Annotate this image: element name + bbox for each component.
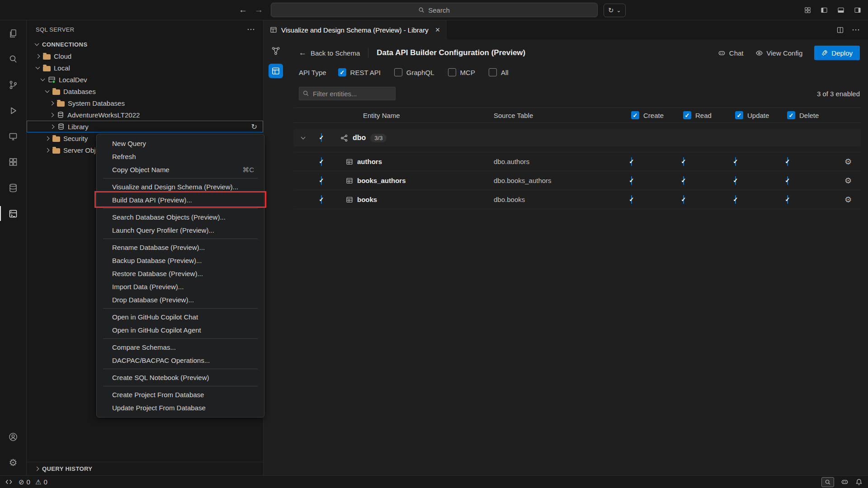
menu-item-compare-schemas[interactable]: Compare Schemas... — [99, 341, 262, 354]
checkbox-delete[interactable] — [787, 176, 788, 185]
tab-visualize-design-schema[interactable]: Visualize and Design Schema (Preview) - … — [264, 20, 447, 39]
entity-settings-icon[interactable]: ⚙ — [844, 176, 852, 186]
table-row-authors[interactable]: authors dbo.authors ⚙ — [293, 152, 861, 171]
entity-settings-icon[interactable]: ⚙ — [844, 195, 852, 205]
menu-item-create-project-from-database[interactable]: Create Project From Database — [99, 388, 262, 401]
table-row-books[interactable]: books dbo.books ⚙ — [293, 190, 861, 209]
option-mcp[interactable]: MCP — [448, 68, 475, 76]
settings-gear-icon[interactable]: ⚙ — [0, 450, 26, 475]
checkbox-update[interactable] — [735, 176, 736, 185]
table-row-books-authors[interactable]: books_authors dbo.books_authors ⚙ — [293, 171, 861, 190]
deploy-button[interactable]: Deploy — [814, 46, 860, 60]
checkbox-create-all[interactable] — [631, 111, 639, 119]
chat-button[interactable]: Chat — [718, 49, 744, 57]
checkbox-update-all[interactable] — [735, 111, 743, 119]
option-graphql[interactable]: GraphQL — [394, 68, 434, 76]
close-tab-icon[interactable]: × — [435, 25, 440, 35]
checkbox-entity[interactable] — [321, 195, 322, 204]
checkbox-create[interactable] — [631, 176, 632, 185]
chevron-down-icon[interactable] — [301, 135, 306, 140]
back-to-schema-link[interactable]: ← Back to Schema — [299, 48, 360, 57]
source-control-icon[interactable] — [0, 72, 26, 98]
toggle-panel-icon[interactable] — [837, 6, 845, 14]
remote-indicator-icon[interactable] — [5, 479, 12, 485]
split-editor-icon[interactable] — [836, 26, 844, 34]
checkbox-rest-api[interactable] — [338, 68, 346, 76]
remote-explorer-icon[interactable] — [0, 123, 26, 149]
checkbox-read-all[interactable] — [683, 111, 691, 119]
query-history-section-header[interactable]: QUERY HISTORY — [27, 462, 263, 475]
menu-item-create-sql-notebook[interactable]: Create SQL Notebook (Preview) — [99, 371, 262, 384]
menu-item-open-copilot-agent[interactable]: Open in GitHub Copilot Agent — [99, 324, 262, 337]
menu-item-build-data-api[interactable]: Build Data API (Preview)... — [99, 193, 262, 206]
database-projects-icon[interactable] — [0, 175, 26, 201]
checkbox-mcp[interactable] — [448, 68, 456, 76]
checkbox-create[interactable] — [631, 195, 632, 204]
checkbox-delete-all[interactable] — [787, 111, 795, 119]
option-rest-api[interactable]: REST API — [338, 68, 381, 76]
checkbox-read[interactable] — [683, 195, 684, 204]
menu-item-refresh[interactable]: Refresh — [99, 150, 262, 163]
menu-item-open-copilot-chat[interactable]: Open in GitHub Copilot Chat — [99, 310, 262, 324]
accounts-icon[interactable] — [0, 424, 26, 450]
option-all[interactable]: All — [489, 68, 509, 76]
menu-item-backup-database[interactable]: Backup Database (Preview)... — [99, 254, 262, 267]
run-debug-icon[interactable] — [0, 98, 26, 123]
menu-item-visualize-design-schema[interactable]: Visualize and Design Schema (Preview)... — [99, 180, 262, 193]
checkbox-delete[interactable] — [787, 195, 788, 204]
sidebar-more-actions-icon[interactable]: ⋯ — [247, 24, 255, 34]
view-config-button[interactable]: View Config — [755, 49, 803, 57]
zoom-indicator[interactable] — [821, 477, 834, 487]
menu-item-new-query[interactable]: New Query — [99, 137, 262, 150]
tree-item-adventureworks[interactable]: AdventureWorksLT2022 — [27, 109, 263, 121]
menu-item-import-data[interactable]: Import Data (Preview)... — [99, 280, 262, 293]
copilot-status-icon[interactable] — [841, 478, 849, 486]
tree-item-cloud[interactable]: Cloud — [27, 50, 263, 62]
menu-item-dacpac-bacpac[interactable]: DACPAC/BACPAC Operations... — [99, 354, 262, 367]
tree-item-system-databases[interactable]: System Databases — [27, 97, 263, 109]
extensions-icon[interactable] — [0, 149, 26, 175]
checkbox-entity[interactable] — [321, 176, 322, 185]
sql-server-view-icon[interactable] — [0, 201, 26, 226]
back-arrow-icon[interactable]: ← — [239, 5, 247, 15]
checkbox-entity[interactable] — [321, 157, 322, 166]
connections-section-header[interactable]: CONNECTIONS — [27, 38, 263, 50]
tree-item-library[interactable]: Library ↻ — [27, 121, 263, 132]
menu-item-drop-database[interactable]: Drop Database (Preview)... — [99, 293, 262, 306]
menu-item-rename-database[interactable]: Rename Database (Preview)... — [99, 241, 262, 254]
checkbox-update[interactable] — [735, 157, 736, 166]
schema-diagram-tool-icon[interactable] — [269, 44, 283, 58]
checkbox-read[interactable] — [683, 176, 684, 185]
menu-item-update-project-from-database[interactable]: Update Project From Database — [99, 401, 262, 414]
tree-item-localdev[interactable]: LocalDev — [27, 74, 263, 85]
more-actions-icon[interactable]: ⋯ — [852, 25, 860, 35]
entity-settings-icon[interactable]: ⚙ — [844, 157, 852, 167]
checkbox-update[interactable] — [735, 195, 736, 204]
toggle-secondary-sidebar-icon[interactable] — [854, 6, 862, 14]
tree-item-databases[interactable]: Databases — [27, 85, 263, 97]
forward-arrow-icon[interactable]: → — [255, 5, 263, 15]
checkbox-graphql[interactable] — [394, 68, 402, 76]
checkbox-read[interactable] — [683, 157, 684, 166]
checkbox-create[interactable] — [631, 157, 632, 166]
search-view-icon[interactable] — [0, 46, 26, 72]
checkbox-group-dbo[interactable] — [321, 133, 322, 142]
toggle-sidebar-icon[interactable] — [820, 6, 828, 14]
menu-item-copy-object-name[interactable]: Copy Object Name⌘C — [99, 163, 262, 176]
explorer-icon[interactable] — [0, 20, 26, 46]
checkbox-all[interactable] — [489, 68, 497, 76]
filter-entities-input[interactable] — [299, 87, 396, 100]
menu-item-search-database-objects[interactable]: Search Database Objects (Preview)... — [99, 211, 262, 224]
menu-item-restore-database[interactable]: Restore Database (Preview)... — [99, 267, 262, 280]
command-center-search[interactable]: Search — [271, 3, 598, 17]
notifications-bell-icon[interactable] — [855, 479, 863, 486]
schema-group-row-dbo[interactable]: dbo 3/3 — [293, 129, 861, 146]
sync-dropdown-button[interactable]: ↻ ⌄ — [604, 4, 626, 17]
data-api-builder-tool-icon[interactable] — [269, 64, 283, 78]
problems-indicator[interactable]: ⊘ 0 ⚠ 0 — [19, 478, 47, 486]
menu-item-launch-query-profiler[interactable]: Launch Query Profiler (Preview)... — [99, 224, 262, 237]
tree-item-local[interactable]: Local — [27, 62, 263, 74]
refresh-connection-icon[interactable]: ↻ — [251, 122, 257, 131]
checkbox-delete[interactable] — [787, 157, 788, 166]
customize-layout-icon[interactable] — [804, 6, 811, 14]
